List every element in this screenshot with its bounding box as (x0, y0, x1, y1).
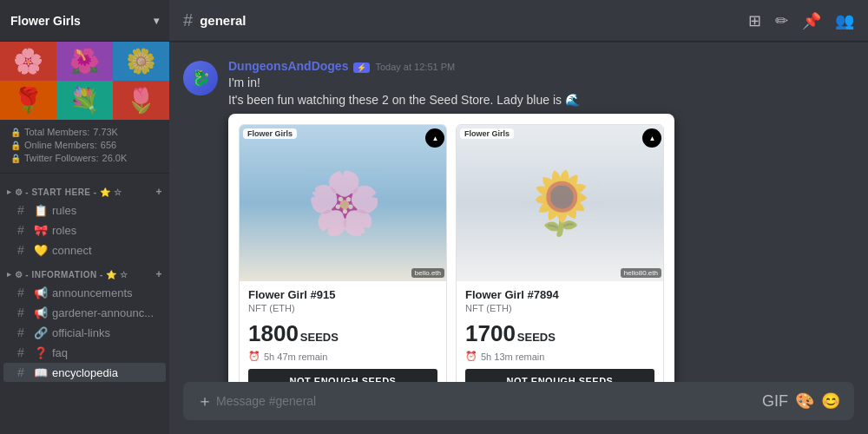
nft-price-unit-1: SEEDS (300, 331, 339, 344)
nft-bg-2: 🌻 (457, 125, 664, 281)
hash-icon: # (17, 326, 30, 339)
message-header-dungeons: DungeonsAndDoges ⚡ Today at 12:51 PM (228, 59, 854, 73)
channel-roles-label: roles (52, 224, 76, 237)
channels-list: ▸ ⚙ - START HERE - ⭐ ☆ + # 📋 rules # 🎀 r… (0, 174, 169, 434)
nft-buy-button-2[interactable]: NOT ENOUGH SEEDS (465, 369, 654, 382)
nft-subtitle-1: NFT (ETH) (248, 303, 437, 313)
category-chevron-icon: ▸ (7, 270, 12, 279)
message-text-dungeons-line2: It's been fun watching these 2 on the Se… (228, 92, 854, 109)
channel-official-links[interactable]: # 🔗 official-links (3, 323, 166, 342)
avatar-dungeons: 🐉 (183, 61, 218, 95)
twitter-followers-value: 26.0K (102, 153, 128, 163)
category-chevron-icon: ▸ (7, 187, 12, 196)
threads-icon[interactable]: ⊞ (748, 11, 761, 30)
channel-connect[interactable]: # 💛 connect (3, 240, 166, 260)
server-header[interactable]: Flower Girls ▾ (0, 0, 169, 42)
nft-timer-text-2: 5h 13m remain (481, 352, 544, 362)
dungeons-badge: ⚡ (353, 62, 370, 73)
channel-gardener-label: gardener-announc... (52, 306, 154, 319)
nft-watermark-1: bello.eth (411, 268, 444, 278)
channel-rules[interactable]: # 📋 rules (3, 201, 166, 220)
banner-grid: 🌸 🌺 🌼 🌹 💐 🌷 (0, 42, 169, 120)
gif-icon[interactable]: GIF (762, 392, 788, 411)
nft-card-1: 🌸 Flower Girls ▲ bello.eth Flower Girl #… (239, 124, 447, 382)
category-information[interactable]: ▸ ⚙ - INFORMATION - ⭐ ☆ + (0, 265, 169, 282)
hash-icon: # (17, 345, 30, 359)
edit-icon[interactable]: ✏ (775, 11, 788, 30)
nft-price-number-1: 1800 (248, 320, 299, 347)
nft-subtitle-2: NFT (ETH) (465, 303, 654, 313)
server-name: Flower Girls (10, 14, 81, 28)
stat-total-members: 🔒 Total Members: 7.73K (10, 127, 159, 137)
nft-timer-text-1: 5h 47m remain (264, 352, 327, 362)
nft-image-2: 🌻 Flower Girls ▲ hello80.eth (457, 125, 664, 281)
category-icons: + (155, 186, 162, 198)
stat-online-members: 🔒 Online Members: 656 (10, 140, 159, 150)
announcements-emoji: 📢 (34, 286, 48, 299)
banner-cell-4: 🌹 (0, 81, 56, 120)
total-members-label: Total Members: (24, 127, 89, 137)
message-input[interactable] (216, 394, 759, 408)
nft-price-row-1: 1800 SEEDS (248, 320, 437, 347)
nft-timer-2: ⏰ 5h 13m remain (465, 351, 654, 362)
channel-encyclopedia-label: encyclopedia (52, 366, 118, 379)
message-dungeons: 🐉 DungeonsAndDoges ⚡ Today at 12:51 PM I… (169, 56, 868, 382)
banner-cell-3: 🌼 (113, 42, 169, 81)
hash-icon: # (17, 306, 30, 319)
channel-gardener-announcements[interactable]: # 📢 gardener-announc... (3, 303, 166, 322)
channel-announcements-label: announcements (52, 286, 133, 299)
nft-info-2: Flower Girl #7894 NFT (ETH) 1700 SEEDS ⏰… (457, 281, 663, 382)
channel-header: # general ⊞ ✏ 📌 👥 (169, 0, 868, 42)
nft-image-1: 🌸 Flower Girls ▲ bello.eth (240, 125, 447, 281)
messages-area: 🐉 DungeonsAndDoges ⚡ Today at 12:51 PM I… (169, 42, 868, 382)
username-dungeons: DungeonsAndDoges (228, 59, 348, 73)
timestamp-dungeons: Today at 12:51 PM (375, 62, 455, 72)
banner-cell-2: 🌺 (56, 42, 113, 81)
hash-icon: # (17, 203, 30, 217)
twitter-icon: 🔒 (10, 154, 21, 163)
nft-watermark-2: hello80.eth (621, 268, 661, 278)
server-banner: 🌸 🌺 🌼 🌹 💐 🌷 (0, 42, 169, 120)
nft-title-1: Flower Girl #915 (248, 288, 437, 301)
channel-announcements[interactable]: # 📢 announcements (3, 283, 166, 302)
rules-emoji: 📋 (34, 204, 48, 217)
nft-title-2: Flower Girl #7894 (465, 288, 654, 301)
emoji-icon[interactable]: 😊 (821, 391, 840, 411)
message-content-dungeons: DungeonsAndDoges ⚡ Today at 12:51 PM I'm… (228, 59, 854, 382)
hash-icon: # (17, 365, 30, 379)
header-actions: ⊞ ✏ 📌 👥 (748, 11, 854, 30)
stat-twitter: 🔒 Twitter Followers: 26.0K (10, 153, 159, 163)
hash-icon: # (17, 223, 30, 237)
nft-buy-button-1[interactable]: NOT ENOUGH SEEDS (248, 369, 437, 382)
channel-roles[interactable]: # 🎀 roles (3, 220, 166, 240)
channel-faq-label: faq (52, 346, 68, 359)
channel-faq[interactable]: # ❓ faq (3, 343, 166, 362)
gardener-emoji: 📢 (34, 306, 48, 319)
main-content: # general ⊞ ✏ 📌 👥 🐉 DungeonsAndDoges ⚡ T… (169, 0, 868, 434)
lock-icon: 🔒 (10, 128, 21, 137)
category-info-label: ⚙ - INFORMATION - ⭐ ☆ (15, 270, 128, 279)
channel-encyclopedia[interactable]: # 📖 encyclopedia (3, 363, 166, 382)
total-members-value: 7.73K (93, 127, 118, 137)
nft-timer-1: ⏰ 5h 47m remain (248, 351, 437, 362)
online-members-value: 656 (101, 140, 116, 150)
banner-cell-1: 🌸 (0, 42, 56, 81)
channel-hash-icon: # (183, 10, 193, 30)
message-input-area: ＋ GIF 🎨 😊 (169, 382, 868, 434)
pin-icon[interactable]: 📌 (802, 11, 821, 30)
sticker-icon[interactable]: 🎨 (795, 391, 814, 411)
banner-cell-5: 💐 (56, 81, 113, 120)
category-start-here[interactable]: ▸ ⚙ - START HERE - ⭐ ☆ + (0, 182, 169, 200)
faq-emoji: ❓ (34, 346, 48, 359)
roles-emoji: 🎀 (34, 224, 48, 237)
clock-icon-2: ⏰ (465, 351, 477, 362)
banner-cell-6: 🌷 (113, 81, 169, 120)
nft-info-1: Flower Girl #915 NFT (ETH) 1800 SEEDS ⏰ … (240, 281, 446, 382)
category-icons: + (155, 268, 162, 280)
add-attachment-icon[interactable]: ＋ (197, 391, 213, 411)
channel-connect-label: connect (52, 244, 92, 257)
links-emoji: 🔗 (34, 326, 48, 339)
channel-rules-label: rules (52, 204, 76, 217)
server-stats: 🔒 Total Members: 7.73K 🔒 Online Members:… (0, 120, 169, 174)
members-icon[interactable]: 👥 (835, 11, 854, 30)
